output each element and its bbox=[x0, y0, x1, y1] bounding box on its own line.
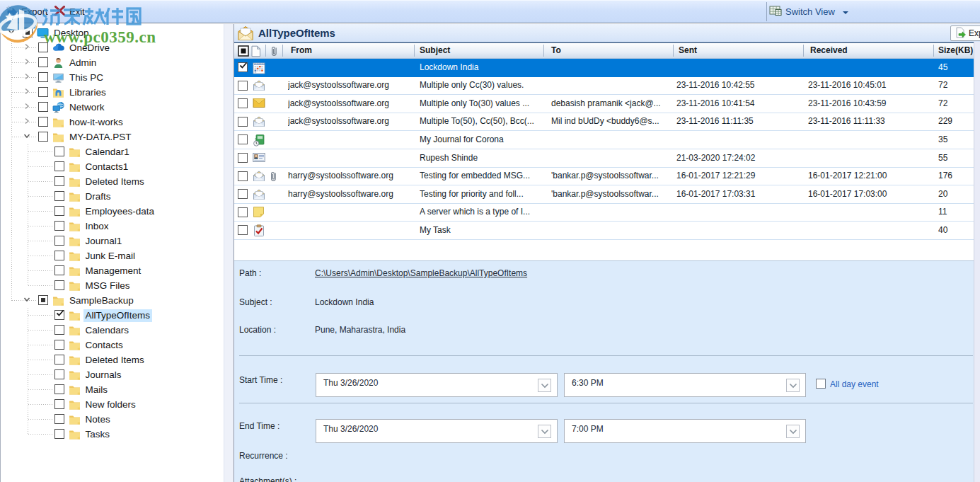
end-date-combo[interactable]: Thu 3/26/2020 bbox=[316, 419, 558, 443]
start-date-dropdown-button[interactable] bbox=[538, 379, 551, 392]
row-checkbox-unchecked[interactable] bbox=[238, 81, 248, 91]
column-header-received[interactable]: Received bbox=[810, 45, 848, 55]
tree-checkbox-unchecked[interactable] bbox=[54, 265, 64, 275]
tree-checkbox-unchecked[interactable] bbox=[38, 57, 48, 67]
tree-checkbox-unchecked[interactable] bbox=[38, 132, 48, 142]
tree-item-management[interactable]: Management bbox=[1, 263, 224, 278]
column-header-from[interactable]: From bbox=[291, 45, 312, 55]
tree-scrollbar[interactable] bbox=[224, 24, 234, 482]
mail-row[interactable]: harry@systoolssoftware.orgTesting for pr… bbox=[234, 185, 974, 204]
tree-item-drafts[interactable]: Drafts bbox=[1, 189, 224, 204]
tree-item-msg-files[interactable]: MSG Files bbox=[1, 278, 224, 293]
column-header-sizekb[interactable]: Size(KB) bbox=[938, 45, 973, 55]
mail-row[interactable]: Rupesh Shinde21-03-2020 17:24:0255 bbox=[234, 149, 974, 168]
tree-checkbox-unchecked[interactable] bbox=[38, 72, 48, 82]
chevron-collapsed-icon[interactable] bbox=[23, 87, 33, 97]
tree-checkbox-unchecked[interactable] bbox=[54, 280, 64, 290]
row-checkbox-unchecked[interactable] bbox=[238, 207, 248, 217]
tree-checkbox-unchecked[interactable] bbox=[54, 369, 64, 379]
mail-row[interactable]: My Journal for Corona35 bbox=[234, 131, 974, 149]
tree-item-inbox[interactable]: Inbox bbox=[1, 219, 224, 234]
tree-checkbox-unchecked[interactable] bbox=[54, 251, 64, 260]
row-checkbox-unchecked[interactable] bbox=[238, 117, 248, 127]
list-scrollbar[interactable] bbox=[974, 42, 980, 482]
switch-view-button[interactable]: Switch View bbox=[769, 1, 848, 23]
column-separator[interactable] bbox=[543, 45, 544, 57]
tree-item-mails[interactable]: Mails bbox=[1, 382, 224, 397]
mail-row[interactable]: jack@systoolssoftware.orgMultiple only C… bbox=[234, 77, 974, 96]
selectall-icon[interactable] bbox=[238, 45, 249, 59]
column-separator[interactable] bbox=[282, 45, 283, 57]
document-icon[interactable] bbox=[250, 45, 261, 60]
row-checkbox-checked[interactable] bbox=[238, 62, 248, 72]
list-header[interactable]: FromSubjectToSentReceivedSize(KB) bbox=[234, 42, 974, 59]
tree-item-libraries[interactable]: Libraries bbox=[1, 85, 224, 100]
end-time-combo[interactable]: 7:00 PM bbox=[564, 419, 806, 443]
tree-checkbox-unchecked[interactable] bbox=[54, 340, 64, 350]
column-separator[interactable] bbox=[414, 45, 415, 57]
tree-item-junk-e-mail[interactable]: Junk E-mail bbox=[1, 248, 224, 263]
tree-checkbox-unchecked[interactable] bbox=[54, 176, 64, 186]
export-selected-button[interactable]: Exp bbox=[950, 25, 980, 41]
tree-item-journal1[interactable]: Journal1 bbox=[1, 234, 224, 248]
allday-checkbox[interactable] bbox=[816, 379, 826, 389]
tree-checkbox-unchecked[interactable] bbox=[54, 221, 64, 231]
column-header-sent[interactable]: Sent bbox=[679, 45, 697, 55]
tree-item-deleted-items[interactable]: Deleted Items bbox=[1, 174, 224, 189]
tree-item-employees-data[interactable]: Employees-data bbox=[1, 204, 224, 219]
column-separator[interactable] bbox=[933, 45, 934, 57]
mail-row[interactable]: My Task40 bbox=[234, 222, 974, 240]
tree-checkbox-unchecked[interactable] bbox=[54, 384, 64, 394]
end-date-dropdown-button[interactable] bbox=[538, 425, 551, 438]
row-checkbox-unchecked[interactable] bbox=[238, 189, 248, 199]
tree-checkbox-unchecked[interactable] bbox=[54, 236, 64, 246]
tree-checkbox-indeterminate[interactable] bbox=[38, 295, 48, 305]
column-header-subject[interactable]: Subject bbox=[420, 45, 450, 55]
start-time-dropdown-button[interactable] bbox=[786, 379, 800, 392]
mail-row[interactable]: A server which is a type of I...11 bbox=[234, 204, 974, 222]
tree-checkbox-unchecked[interactable] bbox=[54, 206, 64, 216]
row-checkbox-unchecked[interactable] bbox=[238, 153, 248, 163]
tree-checkbox-unchecked[interactable] bbox=[38, 102, 48, 112]
chevron-expanded-icon[interactable] bbox=[23, 295, 33, 305]
tree-item-admin[interactable]: Admin bbox=[1, 55, 224, 70]
mail-row[interactable]: jack@systoolssoftware.orgMultiple only T… bbox=[234, 95, 974, 113]
column-separator[interactable] bbox=[673, 45, 674, 57]
tree-item-tasks[interactable]: Tasks bbox=[1, 427, 224, 442]
tree-item-my-data-pst[interactable]: MY-DATA.PST bbox=[1, 130, 224, 144]
column-separator[interactable] bbox=[803, 45, 804, 57]
chevron-collapsed-icon[interactable] bbox=[23, 102, 33, 112]
tree-item-journals[interactable]: Journals bbox=[1, 367, 224, 382]
mail-row[interactable]: harry@systoolssoftware.orgTesting for em… bbox=[234, 168, 974, 186]
mail-row[interactable]: Lockdown India45 bbox=[234, 59, 974, 77]
tree-checkbox-unchecked[interactable] bbox=[54, 355, 64, 365]
tree-checkbox-unchecked[interactable] bbox=[54, 191, 64, 201]
chevron-expanded-icon[interactable] bbox=[23, 132, 33, 142]
chevron-collapsed-icon[interactable] bbox=[23, 72, 33, 82]
tree-item-samplebackup[interactable]: SampleBackup bbox=[1, 293, 224, 308]
tree-item-contacts[interactable]: Contacts bbox=[1, 338, 224, 352]
tree-item-notes[interactable]: Notes bbox=[1, 412, 224, 427]
chevron-collapsed-icon[interactable] bbox=[23, 57, 33, 67]
row-checkbox-unchecked[interactable] bbox=[238, 171, 248, 181]
end-time-dropdown-button[interactable] bbox=[786, 425, 800, 438]
tree-checkbox-unchecked[interactable] bbox=[54, 147, 64, 156]
tree-checkbox-checked[interactable] bbox=[54, 310, 64, 320]
path-link[interactable]: C:\Users\Admin\Desktop\SampleBackup\AllT… bbox=[315, 268, 527, 278]
tree-item-contacts1[interactable]: Contacts1 bbox=[1, 159, 224, 174]
column-separator[interactable] bbox=[265, 45, 266, 57]
chevron-collapsed-icon[interactable] bbox=[23, 117, 33, 127]
column-header-to[interactable]: To bbox=[551, 45, 561, 55]
tree-checkbox-unchecked[interactable] bbox=[54, 325, 64, 335]
tree-checkbox-unchecked[interactable] bbox=[54, 429, 64, 439]
tree-item-calendars[interactable]: Calendars bbox=[1, 323, 224, 338]
tree-item-deleted-items[interactable]: Deleted Items bbox=[1, 352, 224, 367]
tree-checkbox-unchecked[interactable] bbox=[54, 161, 64, 171]
tree-checkbox-unchecked[interactable] bbox=[38, 117, 48, 127]
tree-checkbox-unchecked[interactable] bbox=[54, 399, 64, 409]
tree-item-new-folders[interactable]: New folders bbox=[1, 397, 224, 412]
start-date-combo[interactable]: Thu 3/26/2020 bbox=[316, 373, 558, 397]
row-checkbox-unchecked[interactable] bbox=[238, 98, 248, 108]
start-time-combo[interactable]: 6:30 PM bbox=[564, 373, 806, 397]
tree-item-alltypeofitems[interactable]: AllTypeOfItems bbox=[1, 308, 224, 323]
